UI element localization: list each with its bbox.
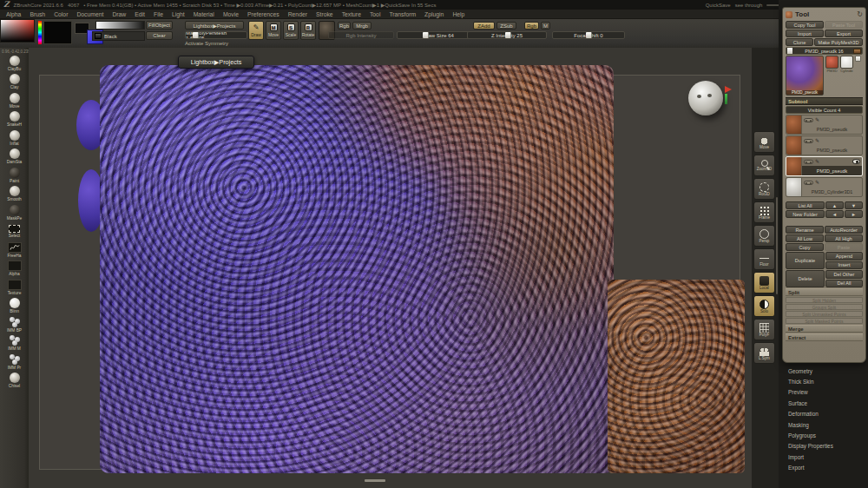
zoom3d-button[interactable]: Zoom3D [753,155,775,176]
main-color-swatch[interactable] [43,21,72,44]
clone-button[interactable]: Clone [786,38,813,46]
subtool-up-button[interactable]: ▲ [825,201,844,209]
section-thick-skin[interactable]: Thick Skin [784,376,866,386]
local-button[interactable]: Local [753,272,775,293]
lightbox-shelf-button[interactable]: Lightbox▶Projects [185,21,244,30]
menu-zplugin[interactable]: Zplugin [424,11,444,17]
z-intensity-slider[interactable]: Z Intensity 25 [467,31,547,39]
subtool-row-2[interactable]: ✎ PM3D_pseudk [786,135,863,155]
brush-item-clay[interactable]: Clay [0,73,29,92]
recent-tool-cylinder[interactable] [840,56,853,69]
menu-preferences[interactable]: Preferences [247,11,279,17]
insert-button[interactable]: Insert [825,261,863,270]
brush-item-imm-primitives[interactable]: IMM Pr [0,353,29,372]
subtool-row-1[interactable]: ✎ PM3D_pseudk [786,115,863,135]
rename-button[interactable]: Rename [786,226,824,234]
menu-material[interactable]: Material [194,11,214,17]
color-picker[interactable] [0,19,35,43]
brush-item-paint[interactable]: Paint [0,166,29,185]
section-preview[interactable]: Preview [784,387,866,398]
paint-toggle-icon[interactable] [804,118,813,122]
menu-alpha[interactable]: Alpha [6,11,21,17]
new-folder-button[interactable]: New Folder [786,210,825,218]
clear-button[interactable]: Clear [146,31,173,40]
export-button[interactable]: Export [825,30,863,37]
hue-strip[interactable] [38,21,42,44]
section-masking[interactable]: Masking [784,419,866,430]
brush-item-claybuildup[interactable]: ClayBu [0,54,29,73]
slider-handle[interactable] [787,48,792,54]
recent-tool-pm3d[interactable] [825,56,838,69]
paint-toggle-icon[interactable] [804,181,813,185]
visible-count-slider[interactable]: Visible Count 4 [786,106,863,114]
slider-handle[interactable] [193,32,199,38]
floor-button[interactable]: Floor [753,248,775,270]
slider-handle[interactable] [423,32,429,38]
brush-item-maskpen[interactable]: MaskPe [0,203,29,222]
section-geometry[interactable]: Geometry [784,366,866,376]
copy-tool-button[interactable]: Copy Tool [786,21,824,29]
brush-item-chisel[interactable]: Chisel [0,372,29,391]
rgb-button[interactable]: Rgb [338,22,351,30]
rgb-mode-button[interactable]: Rgb [524,22,539,30]
rotate-mode-button[interactable]: R Rotate [300,21,316,40]
import-button[interactable]: Import [786,30,824,37]
alpha-slot[interactable]: Alpha [0,260,29,279]
draw-mode-button[interactable]: ✎ Draw [248,21,264,40]
persp-button[interactable]: Persp [753,225,775,247]
quicksave-label[interactable]: QuickSave [706,3,731,8]
frame-button[interactable]: Frame [753,201,775,223]
pen-icon[interactable]: ✎ [815,117,819,122]
brush-item-snakehook[interactable]: SnakeH [0,110,29,129]
move-out-folder-button[interactable]: ► [845,210,863,218]
mrgb-button[interactable]: Mrgb [352,22,372,30]
sculpt-mesh-bronze[interactable] [608,280,745,473]
brush-item-imm-bparts[interactable]: IMM BP [0,315,29,334]
extract-section-header[interactable]: Extract [786,333,863,341]
autoreorder-button[interactable]: AutoReorder [825,226,863,234]
split-section-header[interactable]: Split [786,288,863,296]
stroke-freehand[interactable]: FreeHa [0,241,29,260]
menu-movie[interactable]: Movie [223,11,239,17]
menu-color[interactable]: Color [54,11,68,17]
scale-mode-button[interactable]: S Scale [283,21,299,40]
make-polymesh3d-button[interactable]: Make PolyMesh3D [814,38,863,46]
copy-subtool-button[interactable]: Copy [786,243,824,251]
menu-stroke[interactable]: Stroke [316,11,333,17]
solo-button[interactable]: Solo [753,295,775,317]
menu-file[interactable]: File [154,11,163,17]
slider-handle[interactable] [586,32,592,38]
zsub-button[interactable]: ZSub [496,22,516,30]
menu-texture[interactable]: Texture [342,11,361,17]
zadd-button[interactable]: ZAdd [473,22,495,30]
duplicate-button[interactable]: Duplicate [786,252,825,269]
menu-edit[interactable]: Edit [135,11,145,17]
pen-icon[interactable]: ✎ [815,138,819,143]
viewport-canvas[interactable]: Lightbox▶Projects [29,48,752,488]
paint-toggle-icon[interactable] [804,160,813,164]
polyframe-button[interactable]: PolyF [753,319,775,340]
merge-section-header[interactable]: Merge [786,325,863,333]
rot3d-button[interactable]: Rot3D [753,178,775,200]
list-all-button[interactable]: List All [786,201,825,209]
menu-tool[interactable]: Tool [370,11,380,17]
menu-render[interactable]: Render [288,11,307,17]
material-blinn[interactable]: Blinn [0,297,29,316]
section-surface[interactable]: Surface [784,398,866,408]
active-tool-thumbnail[interactable]: PM3D_pseudk [786,56,824,96]
focal-shift-slider[interactable]: Focal Shift 0 [552,31,625,39]
brush-item-smooth[interactable]: Smooth [0,185,29,204]
section-import[interactable]: Import [784,452,866,462]
del-other-button[interactable]: Del Other [825,270,863,279]
all-low-button[interactable]: All Low [786,234,824,242]
color-gradient-bar[interactable] [95,21,145,30]
move-mode-button[interactable]: M Move [266,21,281,40]
brush-item-imm-modifiers[interactable]: IMM M [0,334,29,353]
tool-corner-icon[interactable] [855,56,861,62]
sculpt-mesh-main[interactable] [100,65,614,473]
brush-item-inflate[interactable]: Inflat [0,129,29,148]
scroll-move-button[interactable]: Move [753,131,775,153]
menu-help[interactable]: Help [452,11,464,17]
fill-object-button[interactable]: FillObject [146,21,173,30]
gradient-preset[interactable]: Black [92,31,145,41]
